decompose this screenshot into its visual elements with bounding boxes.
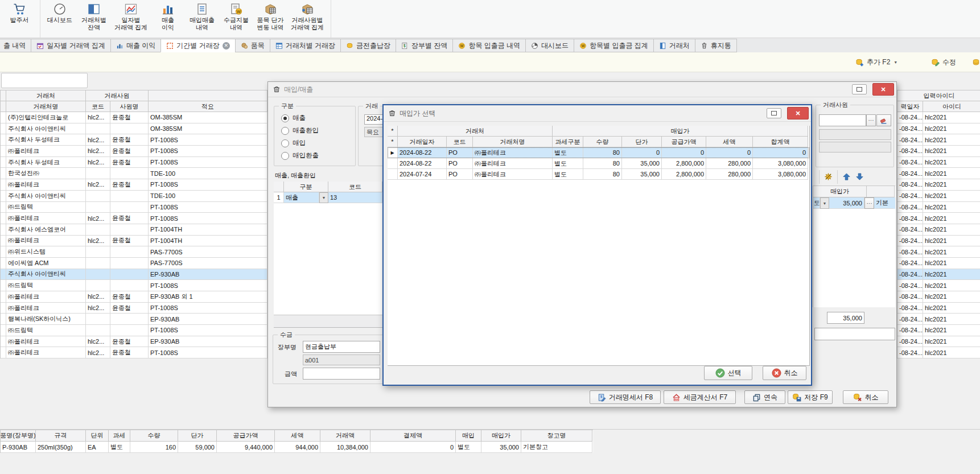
ribbon-item[interactable]: 품목 단가변동 내역 (253, 1, 287, 38)
table-row[interactable]: -08-24...hlc2021 (897, 168, 980, 179)
select-button[interactable]: 선택 (704, 366, 752, 380)
column-header[interactable]: 단위 (86, 430, 109, 442)
ledger-input[interactable] (303, 341, 380, 353)
table-row[interactable]: -08-24...hlc2021 (897, 269, 980, 281)
table-row[interactable]: -08-24...hlc2021 (897, 314, 980, 325)
column-header[interactable]: 거래사원 (86, 90, 149, 101)
table-row[interactable]: -08-24...hlc2021 (897, 112, 980, 123)
table-row[interactable]: 한국성전㈜TDE-100 (1, 168, 268, 179)
popup-close-button[interactable]: ✕ (787, 107, 809, 119)
radio-icon[interactable] (281, 127, 289, 135)
column-header[interactable]: 입력아이디 (897, 90, 980, 101)
column-header[interactable]: 거래처명 (6, 101, 86, 112)
ribbon-item[interactable]: 거래처별잔액 (77, 1, 111, 38)
tab-close-icon[interactable]: ✕ (223, 42, 230, 50)
column-header[interactable]: 사원명 (110, 101, 149, 112)
column-header[interactable]: 코드 (328, 182, 382, 192)
amount-input[interactable] (303, 368, 380, 380)
radio-option-2[interactable]: 매출환입 (281, 126, 319, 135)
table-row[interactable]: ㈜폴리테크hlc2...윤종철PT-1008S (1, 179, 268, 191)
tab-12[interactable]: 거래처 (653, 39, 695, 52)
minitable-row[interactable]: 도 ▼ 35,000 ··· 기본 (813, 197, 895, 209)
radio-icon[interactable] (281, 139, 289, 147)
column-header[interactable]: 매입가 (553, 126, 808, 137)
memo-input[interactable] (814, 328, 895, 340)
column-header[interactable]: 과세구분 (553, 137, 583, 147)
ribbon-item[interactable]: 거래사원별거래액 집계 (287, 1, 327, 38)
table-row[interactable]: 2024-07-24PO㈜폴리테크별도8035,0002,800,000280,… (388, 169, 809, 180)
column-header[interactable]: 결제액 (370, 430, 456, 442)
tab-2[interactable]: 일자별 거래액 집계 (31, 39, 111, 52)
staff-input[interactable] (819, 114, 866, 126)
tab-4[interactable]: 기간별 거래장✕ (160, 39, 235, 52)
table-row[interactable]: -08-24...hlc2021 (897, 213, 980, 224)
radio-icon[interactable] (281, 114, 289, 122)
table-row[interactable]: -08-24...hlc2021 (897, 280, 980, 291)
column-header[interactable]: 코드 (86, 101, 110, 112)
column-header[interactable]: 거래처명 (473, 137, 553, 147)
table-row[interactable]: 1매출▼13 (274, 192, 384, 203)
maximize-button[interactable] (852, 84, 867, 94)
staff-clear-button[interactable] (876, 114, 891, 126)
table-row[interactable]: 주식회사 아이앤티씨EP-930AB (1, 269, 268, 281)
table-row[interactable]: 주식회사 아이앤티씨TDE-100 (1, 191, 268, 202)
tab-11[interactable]: W항목별 입출금 집계 (574, 39, 654, 52)
table-row[interactable]: -08-24...hlc2021 (897, 347, 980, 358)
popup-titlebar[interactable]: 매입가 선택 ✕ (384, 105, 811, 122)
table-row[interactable]: -08-24...hlc2021 (897, 246, 980, 258)
table-row[interactable]: ㈜폴리테크hlc2...윤종철PT-1008S (1, 213, 268, 224)
table-row[interactable]: 2024-08-22PO㈜폴리테크별도8035,0002,800,000280,… (388, 158, 809, 169)
tab-3[interactable]: 매출 이익 (110, 39, 161, 52)
table-row[interactable]: ㈜폴리테크hlc2...윤종철EP-930AB (1, 336, 268, 348)
table-row[interactable]: -08-24...hlc2021 (897, 123, 980, 135)
edit-button[interactable]: 수정 (931, 56, 956, 68)
table-row[interactable]: 주식회사 두성테크hlc2...윤종철PT-1008S (1, 134, 268, 146)
ribbon-item[interactable]: 발주서 (2, 1, 36, 38)
staff-lookup-button[interactable]: ··· (866, 114, 876, 126)
minitable-header-price[interactable]: 매입가 (813, 186, 867, 197)
table-row[interactable]: 에이씨엠 ACMPAS-7700S (1, 258, 268, 269)
table-row[interactable]: -08-24...hlc2021 (897, 134, 980, 146)
dialog-button-5[interactable]: 취소 (843, 390, 888, 404)
table-row[interactable]: ㈜폴리테크hlc2...윤종철PT-1008S (1, 303, 268, 314)
column-header[interactable]: 과세 (109, 430, 130, 442)
radio-option-1[interactable]: 매출 (281, 114, 306, 122)
popup-maximize-button[interactable] (767, 108, 781, 118)
table-row[interactable]: ㈜폴리테크hlc2...윤종철EP-930AB 외 1 (1, 291, 268, 303)
table-row[interactable]: -08-24...hlc2021 (897, 303, 980, 314)
column-header[interactable]: 구분 (284, 182, 328, 192)
dialog-button-3[interactable]: 연속 (744, 390, 785, 404)
column-header[interactable]: 단가 (622, 137, 662, 147)
column-header[interactable]: 거래일자 (398, 137, 447, 147)
column-header[interactable]: 거래처 (6, 90, 86, 101)
ribbon-item[interactable]: 매출이익 (151, 1, 185, 38)
dialog-titlebar[interactable]: 매입/매출 ✕ (268, 82, 896, 97)
table-row[interactable]: 주식회사 에스엠코어PT-1004TH (1, 224, 268, 236)
column-header[interactable]: * (388, 137, 398, 147)
table-row[interactable]: ㈜드림텍PT-1008S (1, 280, 268, 291)
column-header[interactable]: 합계액 (753, 137, 808, 147)
table-row[interactable]: -08-24...hlc2021 (897, 224, 980, 236)
tab-9[interactable]: W항목 입출금 내역 (452, 39, 526, 52)
table-row[interactable]: 주식회사 아이앤티씨OM-385SM (1, 123, 268, 135)
tab-5[interactable]: 품목 (235, 39, 270, 52)
tab-7[interactable]: 금전출납장 (340, 39, 396, 52)
table-row[interactable]: ▶2024-08-22PO㈜폴리테크별도800000 (388, 147, 809, 158)
recalc-button[interactable] (824, 172, 833, 181)
table-row[interactable]: ㈜위드시스템PAS-7700S (1, 246, 268, 258)
tab-1[interactable]: 출 내역 (0, 39, 31, 52)
column-header[interactable]: 창고명 (521, 430, 592, 442)
column-header[interactable]: 적요 (149, 101, 267, 112)
column-header[interactable]: 아이디 (923, 101, 980, 112)
table-row[interactable]: 주식회사 두성테크hlc2...윤종철PT-1008S (1, 157, 268, 168)
column-header[interactable]: 규격 (36, 430, 86, 442)
column-header[interactable]: 수량 (130, 430, 178, 442)
column-header[interactable]: 세액 (275, 430, 320, 442)
radio-icon[interactable] (281, 152, 289, 160)
table-row[interactable]: 행복나래(SK하이닉스)EP-930AB (1, 314, 268, 325)
ribbon-item[interactable]: 매입매출내역 (185, 1, 219, 38)
dialog-button-4[interactable]: 저장 F9 (788, 390, 833, 404)
table-row[interactable]: -08-24...hlc2021 (897, 258, 980, 269)
table-row[interactable]: P-930AB250ml(350g)EA별도16059,0009,440,000… (1, 442, 593, 453)
column-header[interactable]: 공급가액 (217, 430, 275, 442)
